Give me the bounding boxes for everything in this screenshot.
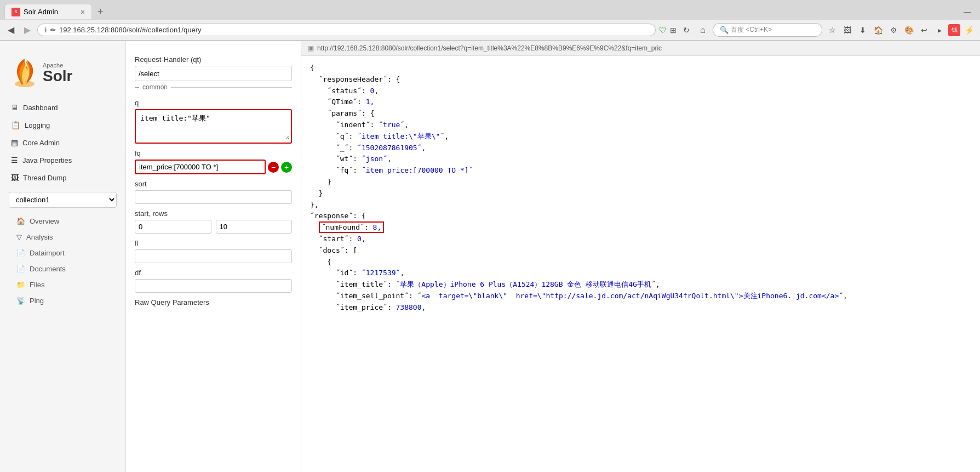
tab-bar: S Solr Admin × + — xyxy=(0,0,980,20)
solr-logo: Apache Solr xyxy=(43,62,72,84)
sidebar-item-core-admin[interactable]: ▦ Core Admin xyxy=(0,134,125,151)
bookmark-icon[interactable]: ☆ xyxy=(826,24,839,37)
sidebar-item-overview[interactable]: 🏠 Overview xyxy=(0,213,125,229)
search-icon: 🔍 xyxy=(720,26,729,34)
address-bar: ◀ ▶ ℹ ✏ 192.168.25.128:8080/solr/#/colle… xyxy=(0,20,980,41)
fl-input[interactable] xyxy=(135,249,292,263)
raw-query-label: Raw Query Parameters xyxy=(135,298,292,306)
dataimport-icon: 📄 xyxy=(16,249,25,257)
solr-text: Solr xyxy=(43,69,72,84)
sidebar-item-documents[interactable]: 📄 Documents xyxy=(0,261,125,277)
core-admin-icon: ▦ xyxy=(11,138,18,147)
query-panel: Request-Handler (qt) common q item_title… xyxy=(126,41,301,472)
new-tab-button[interactable]: + xyxy=(94,6,107,18)
common-label: common xyxy=(135,81,292,93)
collection-select[interactable]: collection1 xyxy=(9,192,117,208)
analysis-icon: ▽ xyxy=(16,233,22,241)
main-content: Request-Handler (qt) common q item_title… xyxy=(126,41,980,472)
sub-nav-label: Dataimport xyxy=(30,249,65,257)
svg-point-0 xyxy=(15,81,35,87)
browser-chrome: S Solr Admin × + — ◀ ▶ ℹ ✏ 192.168.25.12… xyxy=(0,0,980,41)
handler-label: Request-Handler (qt) xyxy=(135,55,292,64)
fl-label: fl xyxy=(135,239,292,247)
house-icon[interactable]: 🏠 xyxy=(872,24,885,37)
q-input[interactable]: item_title:"苹果" xyxy=(137,111,290,140)
q-field-wrapper: item_title:"苹果" xyxy=(135,109,292,144)
info-icon: ℹ xyxy=(44,26,47,34)
sort-input[interactable] xyxy=(135,190,292,204)
sidebar-item-dashboard[interactable]: 🖥 Dashboard xyxy=(0,99,125,116)
sidebar-item-ping[interactable]: 📡 Ping xyxy=(0,293,125,309)
sub-nav-label: Files xyxy=(30,281,44,289)
result-panel: ▣ http://192.168.25.128:8080/solr/collec… xyxy=(301,41,980,472)
forward-button[interactable]: ▶ xyxy=(21,24,34,37)
sidebar-item-thread-dump[interactable]: 🖼 Thread Dump xyxy=(0,169,125,186)
back-button[interactable]: ◀ xyxy=(4,24,18,37)
url-text: 192.168.25.128:8080/solr/#/collection1/q… xyxy=(59,26,201,34)
java-properties-icon: ☰ xyxy=(11,156,18,164)
sub-nav-label: Ping xyxy=(30,297,44,305)
browser-maximize[interactable]: — xyxy=(964,7,976,16)
fq-row: − + xyxy=(135,160,292,174)
dashboard-icon: 🖥 xyxy=(11,103,19,112)
rows-input[interactable] xyxy=(216,220,293,234)
search-placeholder: 百度 <Ctrl+K> xyxy=(731,25,772,35)
browser-tab[interactable]: S Solr Admin × xyxy=(4,4,92,19)
edit-icon: ✏ xyxy=(50,26,56,34)
sort-label: sort xyxy=(135,180,292,188)
df-input[interactable] xyxy=(135,279,292,293)
sidebar-item-java-properties[interactable]: ☰ Java Properties xyxy=(0,151,125,169)
tab-close-button[interactable]: × xyxy=(81,8,85,16)
sidebar-item-logging[interactable]: 📋 Logging xyxy=(0,116,125,134)
fq-remove-button[interactable]: − xyxy=(268,162,279,173)
more-icon[interactable]: ▸ xyxy=(933,24,946,37)
sidebar-item-label: Core Admin xyxy=(22,139,60,147)
tab-favicon: S xyxy=(12,8,20,16)
sub-nav-label: Documents xyxy=(30,265,66,273)
handler-input[interactable] xyxy=(135,66,292,81)
sidebar-item-files[interactable]: 📁 Files xyxy=(0,277,125,293)
settings-icon[interactable]: ⚙ xyxy=(887,24,900,37)
sidebar-item-label: Logging xyxy=(25,121,50,129)
extension2-icon[interactable]: ⚡ xyxy=(962,24,976,37)
extensions-icon: ⊞ xyxy=(670,26,677,35)
toolbar-icons: ☆ 🖼 ⬇ 🏠 ⚙ 🎨 ↩ ▸ 钱 ⚡ xyxy=(826,24,976,37)
reload-button[interactable]: ↻ xyxy=(680,24,693,37)
shield-icon: 🛡 xyxy=(659,26,667,35)
history-back-icon[interactable]: ↩ xyxy=(918,24,931,37)
result-url-text: http://192.168.25.128:8080/solr/collecti… xyxy=(317,44,662,52)
thread-dump-icon: 🖼 xyxy=(11,173,19,182)
start-rows-label: start, rows xyxy=(135,209,292,218)
logo-area: Apache Solr xyxy=(0,52,125,99)
url-field[interactable]: ℹ ✏ 192.168.25.128:8080/solr/#/collectio… xyxy=(37,24,656,36)
fq-add-button[interactable]: + xyxy=(281,162,292,173)
sidebar-item-analysis[interactable]: ▽ Analysis xyxy=(0,229,125,245)
start-input[interactable] xyxy=(135,220,211,234)
home-button[interactable]: ⌂ xyxy=(696,24,709,37)
documents-icon: 📄 xyxy=(16,265,25,273)
sub-nav-label: Analysis xyxy=(26,233,53,241)
fq-input[interactable] xyxy=(136,161,265,173)
start-rows-row xyxy=(135,220,292,234)
fq-label: fq xyxy=(135,149,292,157)
sidebar-item-label: Dashboard xyxy=(23,104,58,112)
q-label: q xyxy=(135,99,292,107)
search-field[interactable]: 🔍 百度 <Ctrl+K> xyxy=(713,23,822,37)
files-icon: 📁 xyxy=(16,281,25,289)
app-container: Apache Solr 🖥 Dashboard 📋 Logging ▦ Core… xyxy=(0,41,980,472)
ping-icon: 📡 xyxy=(16,297,25,305)
tab-title: Solr Admin xyxy=(24,8,58,16)
result-body: { ˝responseHeader˝: { ˝status˝: 0, ˝QTim… xyxy=(301,56,980,320)
logging-icon: 📋 xyxy=(11,121,20,129)
screenshot-icon[interactable]: 🖼 xyxy=(841,24,854,37)
sidebar-item-dataimport[interactable]: 📄 Dataimport xyxy=(0,245,125,261)
download-icon[interactable]: ⬇ xyxy=(856,24,869,37)
sub-nav-label: Overview xyxy=(30,217,59,225)
df-label: df xyxy=(135,269,292,277)
extension1-icon[interactable]: 钱 xyxy=(948,24,960,36)
overview-icon: 🏠 xyxy=(16,217,25,225)
palette-icon[interactable]: 🎨 xyxy=(902,24,915,37)
fq-field-wrapper xyxy=(135,160,266,174)
result-url-icon: ▣ xyxy=(308,44,314,52)
solr-flame-icon xyxy=(11,58,38,88)
